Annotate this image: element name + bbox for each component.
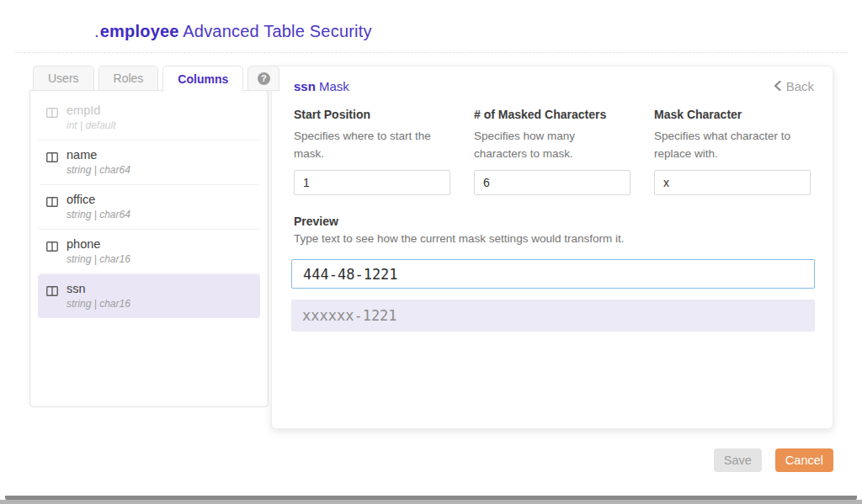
tab-roles[interactable]: Roles: [98, 66, 159, 91]
column-name: office: [67, 193, 130, 206]
column-name: name: [67, 148, 130, 162]
back-chevron-icon: [774, 79, 781, 93]
column-name: phone: [67, 237, 130, 251]
field-mask-character: Mask Character Specifies what character …: [654, 108, 811, 195]
page-title-text: Advanced Table Security: [183, 22, 371, 40]
schema-dot: .: [94, 22, 99, 40]
page-title: .employee Advanced Table Security: [94, 22, 372, 41]
column-meta: string | char64: [67, 164, 130, 176]
column-item-ssn[interactable]: ssn string | char16: [38, 274, 260, 318]
mask-card-header: ssn Mask Back: [294, 79, 814, 93]
mask-title-text: Mask: [319, 79, 349, 93]
tab-columns[interactable]: Columns: [162, 66, 243, 92]
tab-roles-label: Roles: [114, 72, 144, 85]
back-button[interactable]: Back: [774, 79, 814, 93]
field-label: # of Masked Characters: [474, 108, 631, 121]
cancel-button[interactable]: Cancel: [775, 448, 833, 472]
column-meta: string | char16: [67, 253, 130, 265]
column-name: ssn: [67, 282, 130, 295]
save-button[interactable]: Save: [714, 448, 762, 472]
field-description: Specifies how many characters to mask.: [474, 127, 631, 162]
field-start-position: Start Position Specifies where to start …: [294, 108, 450, 195]
column-icon: [46, 240, 58, 255]
columns-list: empId int | default name string | char64…: [30, 91, 268, 318]
mask-settings-card: ssn Mask Back Start Position Specifies w…: [271, 66, 833, 429]
preview-label: Preview: [294, 215, 338, 228]
column-item-phone[interactable]: phone string | char16: [38, 230, 260, 274]
columns-panel: empId int | default name string | char64…: [29, 90, 269, 407]
field-masked-characters: # of Masked Characters Specifies how man…: [474, 108, 631, 195]
column-icon: [46, 106, 58, 121]
column-name: empId: [67, 103, 116, 117]
help-button[interactable]: ?: [247, 66, 279, 91]
start-position-input[interactable]: [294, 170, 450, 195]
footer-buttons: Save Cancel: [714, 448, 833, 472]
tab-columns-label: Columns: [178, 72, 228, 86]
field-label: Mask Character: [654, 108, 811, 121]
mask-column-name: ssn: [294, 79, 316, 93]
tab-bar: Users Roles Columns ?: [33, 66, 279, 92]
mask-fields: Start Position Specifies where to start …: [294, 108, 811, 195]
field-label: Start Position: [294, 108, 450, 121]
column-meta: int | default: [67, 119, 116, 131]
column-item-empid: empId int | default: [38, 96, 260, 141]
field-description: Specifies what character to replace with…: [654, 127, 811, 162]
column-icon: [46, 151, 58, 166]
page-background-edge: [0, 500, 862, 504]
column-meta: string | char64: [67, 209, 130, 220]
mask-character-input[interactable]: [654, 170, 811, 195]
tab-users[interactable]: Users: [33, 66, 94, 91]
preview-result: xxxxxx-1221: [291, 300, 815, 332]
back-label: Back: [786, 79, 814, 93]
preview-input[interactable]: [291, 259, 815, 289]
title-divider: [15, 52, 847, 53]
masked-characters-input[interactable]: [474, 170, 631, 195]
field-description: Specifies where to start the mask.: [294, 127, 450, 162]
tab-users-label: Users: [48, 72, 79, 85]
column-icon: [46, 284, 58, 300]
column-item-office[interactable]: office string | char64: [38, 185, 260, 230]
column-meta: string | char16: [67, 298, 130, 310]
mask-card-title: ssn Mask: [294, 79, 349, 93]
help-icon: ?: [258, 72, 270, 85]
table-name: employee: [100, 22, 179, 40]
column-icon: [46, 195, 58, 210]
preview-description: Type text to see how the current mask se…: [294, 232, 624, 245]
column-item-name[interactable]: name string | char64: [38, 141, 260, 185]
